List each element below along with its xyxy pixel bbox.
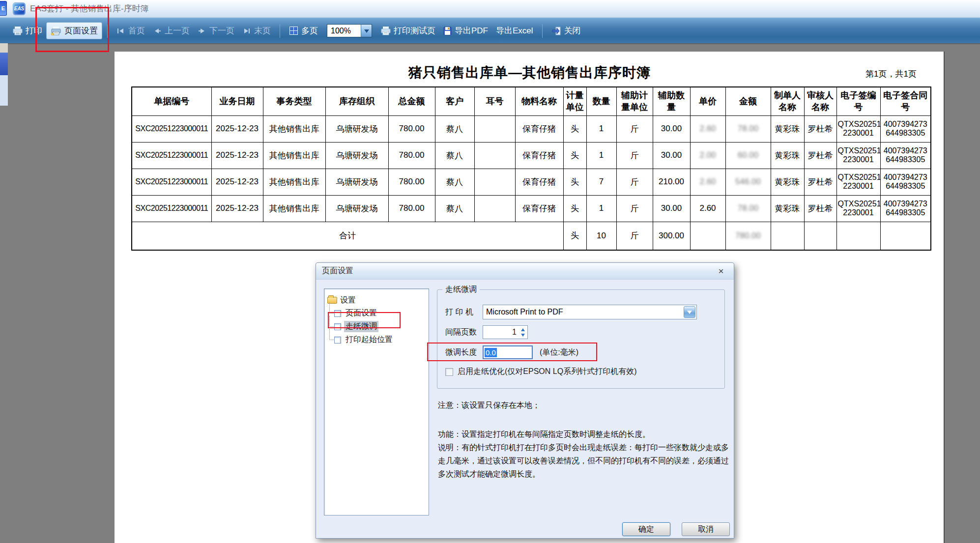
table-cell: 2.60 <box>690 195 725 222</box>
note-function: 功能：设置指定打印机在每间隔指定页数时调整走纸的长度。 <box>438 428 729 441</box>
table-cell: QTXS20251 2230001 <box>836 169 880 195</box>
first-page-button[interactable]: 首页 <box>113 23 149 39</box>
page-icon <box>334 310 341 317</box>
total-aux-unit: 斤 <box>616 222 653 250</box>
table-cell: 罗杜希 <box>804 142 836 169</box>
multi-page-button[interactable]: 多页 <box>285 23 322 39</box>
col-header: 数量 <box>586 87 616 115</box>
table-cell: 78.00 <box>725 115 771 142</box>
zoom-select[interactable]: 100% <box>327 24 372 37</box>
prev-page-icon <box>153 28 162 34</box>
length-value-selected: 0.0 <box>485 348 497 357</box>
tree-root-settings[interactable]: 设置 <box>327 294 426 307</box>
printer-icon <box>13 27 23 35</box>
window-title: EAS套打 - 其他销售出库-序时簿 <box>30 3 149 14</box>
close-label: 关闭 <box>564 25 581 36</box>
table-row: SXC202512230000112025-12-23其他销售出库乌塘研发场78… <box>132 115 931 142</box>
optimize-checkbox[interactable] <box>445 368 453 376</box>
tree-item-label: 走纸微调 <box>344 321 378 332</box>
prev-page-button[interactable]: 上一页 <box>149 23 194 39</box>
table-cell: 780.00 <box>388 169 435 195</box>
table-cell: 乌塘研发场 <box>325 169 388 195</box>
page-setup-dialog: 页面设置 × 设置 页面设置 走纸微调 打印起始位置 走纸微调 <box>316 262 734 539</box>
table-cell: SXC20251223000011 <box>132 115 211 142</box>
table-cell: 蔡八 <box>435 195 474 222</box>
length-unit-label: (单位:毫米) <box>540 347 578 358</box>
table-cell: 乌塘研发场 <box>325 142 388 169</box>
optimize-label: 启用走纸优化(仅对EPSON LQ系列针式打印机有效) <box>458 367 636 377</box>
tree-item-print-start-position[interactable]: 打印起始位置 <box>327 333 426 346</box>
print-test-button[interactable]: 打印测试页 <box>377 23 439 39</box>
printer-combobox[interactable]: Microsoft Print to PDF <box>483 305 697 319</box>
chevron-down-icon[interactable] <box>684 306 695 318</box>
col-header: 辅助数量 <box>653 87 690 115</box>
spinner-down-icon[interactable] <box>519 332 527 339</box>
table-cell: 头 <box>563 142 586 169</box>
table-cell: 保育仔猪 <box>515 169 563 195</box>
prev-page-label: 上一页 <box>165 25 190 36</box>
paper-feed-groupbox: 走纸微调 打 印 机 Microsoft Print to PDF 间隔页数 1 <box>437 289 725 389</box>
toolbar: 打印 页面设置 首页 上一页 下一页 末页 多页 <box>0 18 980 43</box>
next-page-button[interactable]: 下一页 <box>194 23 238 39</box>
table-header-row: 单据编号 业务日期 事务类型 库存组织 总金额 客户 耳号 物料名称 计量 单位… <box>132 87 931 115</box>
exit-icon <box>551 27 561 35</box>
length-input[interactable]: 0.0 <box>483 345 533 359</box>
table-cell: 30.00 <box>653 142 690 169</box>
report-title: 猪只销售出库单—其他销售出库序时簿 <box>115 63 945 82</box>
close-button[interactable]: 关闭 <box>548 23 585 39</box>
last-page-icon <box>242 28 251 34</box>
print-button[interactable]: 打印 <box>9 23 46 39</box>
background-window-icon: E <box>0 1 7 16</box>
eas-app-icon: EAS <box>13 2 26 15</box>
toolbar-separator <box>542 24 543 38</box>
table-cell: 头 <box>563 195 586 222</box>
background-window-strip <box>0 43 8 543</box>
table-cell: 斤 <box>616 195 653 222</box>
table-cell: 其他销售出库 <box>263 115 325 142</box>
total-empty <box>771 222 804 250</box>
total-amount: 780.00 <box>725 222 771 250</box>
col-header: 事务类型 <box>263 87 325 115</box>
dialog-title-bar[interactable]: 页面设置 <box>316 263 734 280</box>
col-header: 总金额 <box>388 87 435 115</box>
last-page-label: 末页 <box>254 25 271 36</box>
col-header: 物料名称 <box>515 87 563 115</box>
ok-button[interactable]: 确定 <box>622 522 670 536</box>
report-table-body: SXC202512230000112025-12-23其他销售出库乌塘研发场78… <box>132 115 931 222</box>
table-cell: 60.00 <box>725 142 771 169</box>
cancel-button[interactable]: 取消 <box>682 522 730 536</box>
next-page-label: 下一页 <box>209 25 234 36</box>
interval-spinner[interactable]: 1 <box>483 325 528 339</box>
table-cell: 蔡八 <box>435 142 474 169</box>
first-page-icon <box>116 28 125 34</box>
chevron-down-icon[interactable] <box>361 25 372 37</box>
last-page-button[interactable]: 末页 <box>238 23 275 39</box>
print-test-label: 打印测试页 <box>394 25 435 36</box>
total-aux-qty: 300.00 <box>653 222 690 250</box>
table-cell: 乌塘研发场 <box>325 115 388 142</box>
export-excel-label: 导出Excel <box>496 25 533 36</box>
table-cell: 780.00 <box>388 142 435 169</box>
col-header: 客户 <box>435 87 474 115</box>
export-pdf-button[interactable]: 导出PDF <box>439 23 492 39</box>
tree-item-label: 页面设置 <box>344 308 378 319</box>
dialog-close-icon[interactable]: × <box>715 266 727 277</box>
table-cell: 780.00 <box>388 115 435 142</box>
table-cell: 78.00 <box>725 195 771 222</box>
spinner-up-icon[interactable] <box>519 326 527 332</box>
total-empty <box>836 222 880 250</box>
printer-icon <box>381 27 391 35</box>
report-table: 单据编号 业务日期 事务类型 库存组织 总金额 客户 耳号 物料名称 计量 单位… <box>131 86 931 251</box>
table-cell: 斤 <box>616 142 653 169</box>
page-setup-button[interactable]: 页面设置 <box>46 22 102 39</box>
col-header: 库存组织 <box>325 87 388 115</box>
table-cell: 2025-12-23 <box>211 142 263 169</box>
col-header: 单据编号 <box>132 87 211 115</box>
tree-item-paper-feed-adjust[interactable]: 走纸微调 <box>327 320 426 333</box>
tree-item-page-setup[interactable]: 页面设置 <box>327 307 426 320</box>
interval-label: 间隔页数 <box>445 327 483 338</box>
table-cell: 1 <box>586 115 616 142</box>
table-cell: 30.00 <box>653 195 690 222</box>
export-excel-button[interactable]: 导出Excel <box>492 23 537 39</box>
print-button-label: 打印 <box>26 25 42 36</box>
